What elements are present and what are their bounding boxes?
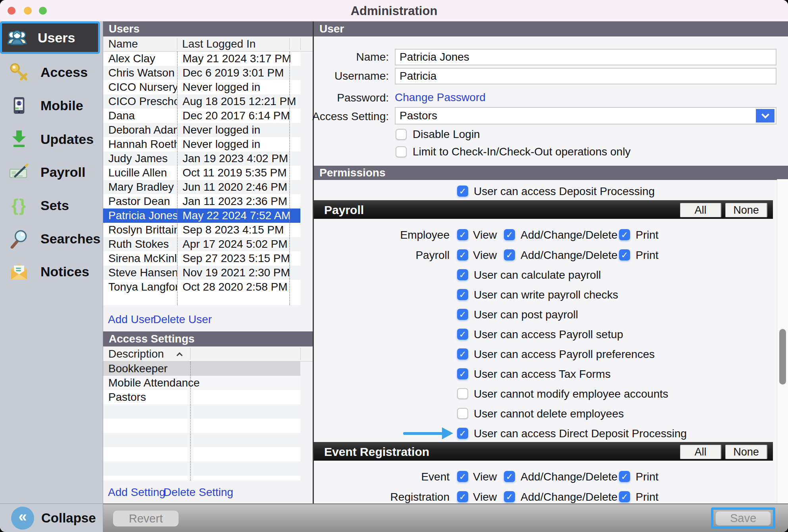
sidebar: Users Access (0, 21, 103, 503)
administration-window: Administration Users (0, 0, 788, 532)
sidebar-item-label: Updates (40, 132, 94, 147)
disable-login-checkbox[interactable] (396, 129, 407, 140)
payroll-preferences-checkbox[interactable] (457, 348, 468, 360)
sidebar-item-access[interactable]: Access (0, 55, 103, 89)
sidebar-item-label: Payroll (40, 165, 85, 180)
selected-value: Pastors (400, 109, 437, 122)
event-print-checkbox[interactable] (619, 471, 630, 482)
registration-permissions-row: Registration View Add/Change/Delete Prin… (314, 491, 773, 503)
checkbox-label: Limit to Check-In/Check-Out operations o… (413, 146, 630, 157)
revert-button[interactable]: Revert (113, 511, 179, 526)
table-row[interactable]: Ruth StokesApr 17 2024 5:02 PM (103, 237, 300, 251)
footer-bar: Revert Save (103, 503, 788, 532)
save-button[interactable]: Save (715, 511, 771, 526)
sidebar-item-mobile[interactable]: Mobile (0, 89, 103, 122)
column-header-description[interactable]: Description (103, 346, 190, 362)
payroll-setup-checkbox[interactable] (457, 329, 468, 340)
registration-acd-checkbox[interactable] (504, 491, 515, 502)
checkbox-label: Print (636, 249, 659, 261)
title-bar: Administration (0, 0, 788, 21)
table-row[interactable]: Roslyn BrittainSep 8 2023 4:15 PM (103, 223, 300, 237)
checkbox-label: Print (636, 229, 659, 241)
access-settings-section-header: Access Settings (103, 331, 313, 346)
cannot-modify-employee-accounts-checkbox[interactable] (457, 388, 468, 399)
row-label: Event (314, 471, 450, 483)
group-title: Payroll (324, 203, 364, 217)
event-permissions-row: Event View Add/Change/Delete Print (314, 471, 773, 483)
sidebar-item-notices[interactable]: Notices (0, 255, 103, 288)
username-field[interactable] (395, 68, 776, 84)
payroll-none-button[interactable]: None (725, 203, 767, 217)
table-row[interactable]: DanaDec 20 2017 6:14 PM (103, 109, 300, 123)
sidebar-item-updates[interactable]: Updates (0, 122, 103, 156)
post-payroll-checkbox[interactable] (457, 309, 468, 320)
table-row-selected[interactable]: Bookkeeper (103, 362, 300, 376)
delete-user-link[interactable]: Delete User (153, 313, 212, 326)
table-row-selected[interactable]: Patricia JonesMay 22 2024 7:52 AM (103, 209, 300, 223)
table-row[interactable]: Mary BradleyJun 11 2020 2:46 PM (103, 180, 300, 194)
direct-deposit-checkbox[interactable] (457, 428, 468, 439)
payroll-print-checkbox[interactable] (619, 249, 630, 260)
table-row[interactable]: Pastors (103, 390, 300, 404)
add-user-link[interactable]: Add User (108, 313, 154, 326)
collapse-area[interactable]: « Collapse (0, 503, 103, 532)
event-all-button[interactable]: All (680, 445, 721, 459)
table-row[interactable]: Sirena McKinleySep 27 2023 5:15 PM (103, 251, 300, 266)
sidebar-item-users[interactable]: Users (0, 21, 100, 54)
write-payroll-checks-checkbox[interactable] (457, 289, 468, 300)
calculate-payroll-checkbox[interactable] (457, 269, 468, 280)
add-setting-link[interactable]: Add Setting (108, 486, 165, 499)
dropdown-button[interactable] (756, 109, 775, 122)
row-label: Payroll (314, 249, 450, 261)
table-row[interactable]: Alex ClayMay 21 2024 3:17 PM (103, 52, 300, 66)
sidebar-item-label: Access (40, 65, 88, 80)
cannot-delete-employees-checkbox[interactable] (457, 408, 468, 419)
table-row[interactable]: Steve HansenNov 19 2021 2:30 PM (103, 266, 300, 280)
delete-setting-link[interactable]: Delete Setting (163, 486, 233, 499)
table-row[interactable]: CICO PreschoolAug 18 2015 12:21 PM (103, 94, 300, 109)
column-divider (190, 362, 191, 480)
registration-print-checkbox[interactable] (619, 491, 630, 502)
name-field[interactable] (395, 49, 776, 65)
sidebar-item-searches[interactable]: Searches (0, 222, 103, 255)
event-acd-checkbox[interactable] (504, 471, 515, 482)
scrollbar-thumb[interactable] (779, 329, 786, 385)
payroll-all-button[interactable]: All (680, 203, 721, 217)
tax-forms-checkbox[interactable] (457, 368, 468, 379)
event-none-button[interactable]: None (725, 445, 767, 459)
table-row-empty (103, 447, 300, 461)
payroll-view-checkbox[interactable] (457, 249, 468, 260)
employee-print-checkbox[interactable] (619, 229, 630, 240)
sidebar-item-label: Sets (40, 198, 69, 213)
table-row[interactable]: Hannah RoethleNever logged in (103, 137, 300, 151)
row-label: Registration (314, 491, 450, 503)
table-row[interactable]: Chris WatsonDec 6 2019 3:01 PM (103, 66, 300, 80)
table-row[interactable]: Judy JamesJan 19 2023 4:02 PM (103, 151, 300, 166)
sidebar-item-payroll[interactable]: Payroll (0, 155, 103, 189)
access-setting-select[interactable]: Pastors (395, 107, 776, 124)
table-row[interactable]: Pastor DeanJan 11 2023 2:36 PM (103, 194, 300, 209)
table-row[interactable]: Mobile Attendance (103, 376, 300, 390)
payroll-acd-checkbox[interactable] (504, 249, 515, 260)
limit-cico-checkbox[interactable] (396, 146, 407, 157)
table-row[interactable]: Tonya LangfordOct 28 2020 2:58 PM (103, 280, 300, 294)
column-header-last-logged-in[interactable]: Last Logged In (177, 36, 289, 52)
registration-view-checkbox[interactable] (457, 491, 468, 502)
employee-permissions-row: Employee View Add/Change/Delete Print (314, 229, 773, 241)
employee-view-checkbox[interactable] (457, 229, 468, 240)
checkbox-label: User cannot delete employees (474, 408, 624, 420)
event-registration-group-bar: Event Registration All None (314, 442, 773, 461)
column-header-name[interactable]: Name (103, 36, 177, 52)
deposit-processing-checkbox[interactable] (457, 186, 468, 197)
table-row[interactable]: CICO NurseryNever logged in (103, 80, 300, 94)
checkbox-label: Add/Change/Delete (521, 471, 617, 483)
table-row-empty (103, 461, 300, 476)
change-password-link[interactable]: Change Password (395, 91, 486, 104)
sidebar-item-sets[interactable]: {} Sets (0, 189, 103, 222)
disable-login-row: Disable Login (396, 129, 407, 142)
employee-acd-checkbox[interactable] (504, 229, 515, 240)
table-row[interactable]: Deborah AdamsNever logged in (103, 123, 300, 137)
table-row[interactable]: Lucille AllenOct 11 2019 5:35 PM (103, 166, 300, 180)
event-view-checkbox[interactable] (457, 471, 468, 482)
scrollbar-track[interactable] (777, 179, 788, 503)
